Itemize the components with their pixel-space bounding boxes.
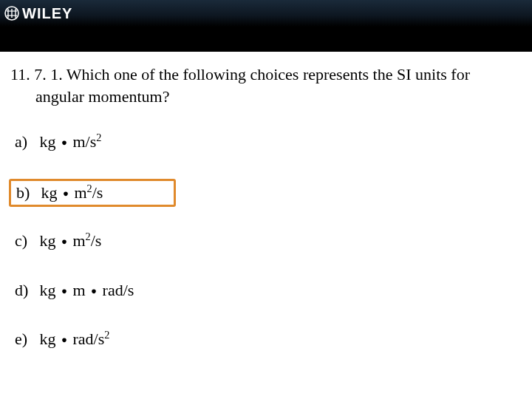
choice-a[interactable]: a) kg ● m/s2 [12,129,522,154]
question-number: 11. 7. 1. [10,65,66,83]
choice-e[interactable]: e) kg ● rad/s2 [12,327,522,352]
choice-b[interactable]: b) kg ● m2/s [9,179,176,207]
choice-c[interactable]: c) kg ● m2/s [12,228,522,253]
choice-label: a) [15,132,35,151]
choice-unit: kg ● rad/s2 [40,330,110,348]
choices-list: a) kg ● m/s2 b) kg ● m2/s c) kg ● m2/s d… [10,129,522,352]
question-text: 11. 7. 1. Which one of the following cho… [10,64,522,107]
wiley-logo: WILEY [4,5,72,22]
choice-d[interactable]: d) kg ● m ● rad/s [12,278,522,303]
header-underbar [0,27,532,52]
wiley-mark-icon [4,6,19,21]
question-line-1: Which one of the following choices repre… [66,65,470,83]
choice-label: e) [15,330,35,349]
slide-content: 11. 7. 1. Which one of the following cho… [0,52,532,352]
wiley-logo-text: WILEY [22,5,72,22]
choice-label: b) [16,183,37,202]
choice-label: d) [15,281,35,300]
choice-unit: kg ● m/s2 [40,132,102,151]
choice-unit: kg ● m2/s [41,183,103,202]
choice-unit: kg ● m ● rad/s [40,281,134,299]
publisher-header: WILEY [0,0,532,27]
question-line-2: angular momentum? [10,86,522,108]
choice-label: c) [15,231,35,250]
choice-unit: kg ● m2/s [40,231,102,250]
